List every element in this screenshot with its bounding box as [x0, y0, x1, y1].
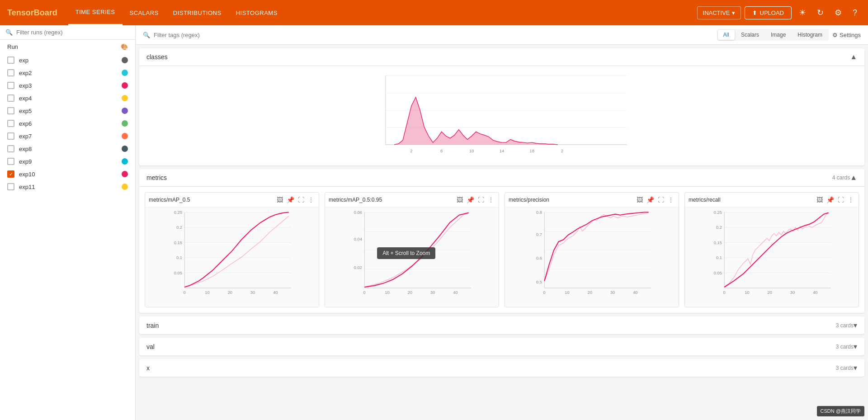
run-name-exp6: exp6 [19, 120, 117, 127]
runs-filter-input[interactable] [16, 29, 130, 36]
run-item-exp11[interactable]: exp11 [0, 180, 135, 193]
svg-text:0: 0 [723, 290, 726, 295]
run-item-exp9[interactable]: exp9 [0, 155, 135, 168]
section-metrics-header[interactable]: metrics 4 cards ▲ [139, 169, 864, 187]
search-icon: 🔍 [5, 29, 13, 36]
run-checkbox-exp10[interactable] [7, 170, 14, 178]
help-button[interactable]: ? [849, 5, 861, 21]
run-color-exp4 [122, 95, 128, 101]
run-checkbox-exp8[interactable] [7, 145, 14, 152]
content-area: 🔍 All Scalars Image Histogram ⚙ Settings… [136, 25, 868, 420]
card2-expand-icon[interactable]: ⛶ [477, 195, 485, 204]
card-map0595-title: metrics/mAP_0.5:0.95 [329, 197, 454, 203]
palette-icon[interactable]: 🎨 [121, 43, 128, 50]
sidebar-runs-header: Run 🎨 [0, 40, 135, 54]
run-item-exp8[interactable]: exp8 [0, 142, 135, 155]
chart-card-map0595: metrics/mAP_0.5:0.95 🖼 📌 ⛶ ⋮ Alt + Scrol… [325, 192, 499, 307]
run-color-exp6 [122, 120, 128, 127]
card2-more-icon[interactable]: ⋮ [487, 195, 495, 204]
run-checkbox-exp7[interactable] [7, 132, 14, 140]
nav-link-time-series[interactable]: TIME SERIES [68, 0, 123, 25]
run-item-exp3[interactable]: exp3 [0, 79, 135, 92]
nav-link-distributions[interactable]: DISTRIBUTIONS [166, 0, 229, 25]
card2-pin-icon[interactable]: 📌 [466, 195, 475, 204]
nav-right: INACTIVE ▾ ⬆ UPLOAD ☀ ↻ ⚙ ? [697, 4, 861, 21]
filter-tab-all[interactable]: All [718, 30, 735, 40]
run-color-exp7 [122, 133, 128, 139]
card-image-icon[interactable]: 🖼 [276, 195, 284, 204]
run-checkbox-exp5[interactable] [7, 107, 14, 114]
run-item-exp7[interactable]: exp7 [0, 130, 135, 142]
filter-tab-image[interactable]: Image [765, 30, 791, 40]
run-checkbox-exp11[interactable] [7, 183, 14, 190]
x-collapse-icon: ▾ [854, 363, 857, 372]
inactive-button[interactable]: INACTIVE ▾ [697, 6, 741, 19]
card3-pin-icon[interactable]: 📌 [646, 195, 655, 204]
runs-header-label: Run [7, 43, 18, 50]
svg-text:20: 20 [228, 290, 232, 295]
upload-button[interactable]: ⬆ UPLOAD [745, 6, 792, 19]
svg-text:10: 10 [385, 290, 389, 295]
svg-text:20: 20 [768, 290, 772, 295]
run-item-exp[interactable]: exp [0, 54, 135, 66]
card-recall-header: metrics/recall 🖼 📌 ⛶ ⋮ [685, 193, 859, 208]
main-layout: 🔍 Run 🎨 expexp2exp3exp4exp5exp6exp7exp8e… [0, 25, 868, 420]
chart-card-precision: metrics/precision 🖼 📌 ⛶ ⋮ [505, 192, 679, 307]
run-item-exp2[interactable]: exp2 [0, 66, 135, 79]
section-val: val 3 cards ▾ [139, 338, 864, 355]
section-train-title: train [146, 322, 832, 329]
run-color-exp10 [122, 171, 128, 177]
section-x-header[interactable]: x 3 cards ▾ [139, 359, 864, 377]
card3-expand-icon[interactable]: ⛶ [657, 195, 665, 204]
svg-text:0.05: 0.05 [714, 270, 722, 275]
card-expand-icon[interactable]: ⛶ [297, 195, 305, 204]
refresh-button[interactable]: ↻ [813, 4, 827, 21]
card4-expand-icon[interactable]: ⛶ [837, 195, 845, 204]
svg-text:0.15: 0.15 [174, 240, 182, 245]
tags-filter-input[interactable] [154, 32, 230, 38]
card-map05-title: metrics/mAP_0.5 [149, 197, 274, 203]
card4-image-icon[interactable]: 🖼 [816, 195, 824, 204]
run-item-exp10[interactable]: exp10 [0, 168, 135, 180]
card-recall-chart: 0.25 0.2 0.15 0.1 0.05 0 10 20 30 40 [685, 208, 859, 307]
filter-tab-scalars[interactable]: Scalars [736, 30, 764, 40]
card3-more-icon[interactable]: ⋮ [667, 195, 675, 204]
svg-text:2: 2 [410, 148, 412, 153]
content-scroll[interactable]: classes ▲ [136, 45, 868, 420]
svg-text:0.1: 0.1 [716, 255, 722, 260]
run-checkbox-exp3[interactable] [7, 82, 14, 89]
run-item-exp4[interactable]: exp4 [0, 92, 135, 104]
watermark: CSDN @燕汉同学 [817, 406, 864, 416]
svg-text:0.6: 0.6 [536, 255, 542, 260]
train-count: 3 cards [836, 322, 854, 329]
run-checkbox-exp2[interactable] [7, 69, 14, 76]
card-pin-icon[interactable]: 📌 [286, 195, 295, 204]
theme-button[interactable]: ☀ [795, 4, 810, 21]
settings-panel-btn[interactable]: ⚙ Settings [832, 32, 861, 38]
run-checkbox-exp4[interactable] [7, 94, 14, 102]
run-checkbox-exp6[interactable] [7, 120, 14, 127]
section-train-header[interactable]: train 3 cards ▾ [139, 316, 864, 334]
card-map0595-header: metrics/mAP_0.5:0.95 🖼 📌 ⛶ ⋮ [325, 193, 499, 208]
section-val-header[interactable]: val 3 cards ▾ [139, 338, 864, 355]
nav-link-scalars[interactable]: SCALARS [123, 0, 166, 25]
run-checkbox-exp[interactable] [7, 57, 14, 64]
upload-icon: ⬆ [752, 9, 757, 16]
run-items-container: expexp2exp3exp4exp5exp6exp7exp8exp9exp10… [0, 54, 135, 193]
svg-text:0: 0 [363, 290, 366, 295]
nav-link-histograms[interactable]: HISTOGRAMS [229, 0, 285, 25]
svg-text:0.5: 0.5 [536, 279, 542, 284]
card4-pin-icon[interactable]: 📌 [826, 195, 835, 204]
run-item-exp5[interactable]: exp5 [0, 104, 135, 117]
run-name-exp7: exp7 [19, 133, 117, 140]
filter-tab-histogram[interactable]: Histogram [792, 30, 828, 40]
card3-image-icon[interactable]: 🖼 [636, 195, 644, 204]
card4-more-icon[interactable]: ⋮ [847, 195, 855, 204]
run-checkbox-exp9[interactable] [7, 158, 14, 165]
section-x: x 3 cards ▾ [139, 359, 864, 377]
card-more-icon[interactable]: ⋮ [307, 195, 315, 204]
settings-button[interactable]: ⚙ [831, 4, 845, 21]
run-item-exp6[interactable]: exp6 [0, 117, 135, 130]
section-classes-header[interactable]: classes ▲ [139, 48, 864, 66]
card2-image-icon[interactable]: 🖼 [456, 195, 464, 204]
